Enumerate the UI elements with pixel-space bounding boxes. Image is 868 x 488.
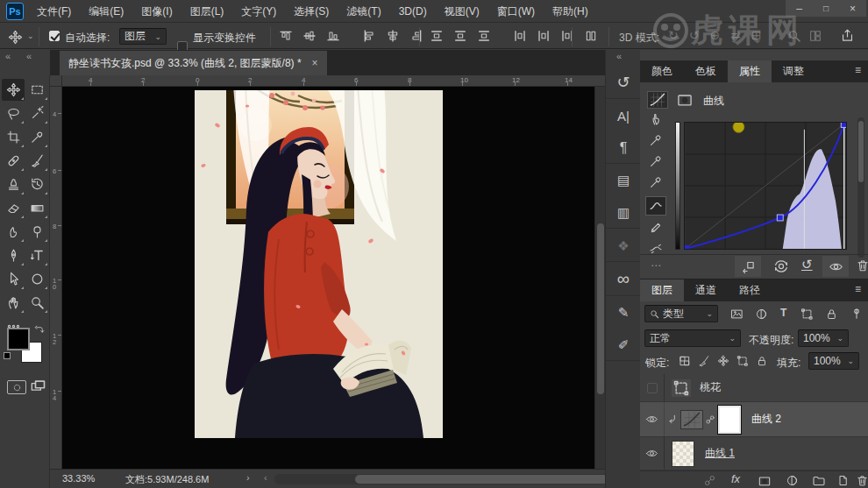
- strip-info-icon[interactable]: ▤: [606, 165, 641, 196]
- menu-filter[interactable]: 滤镜(T): [338, 0, 389, 23]
- ruler-left[interactable]: 4 6 8 10 12 14: [50, 87, 62, 469]
- tab-paths[interactable]: 路径: [728, 279, 772, 301]
- mask-link-icon[interactable]: [705, 414, 715, 425]
- menu-file[interactable]: 文件(F): [28, 0, 80, 23]
- delete-adjustment-icon[interactable]: [856, 258, 868, 272]
- tool-shape[interactable]: [25, 268, 48, 290]
- curve-point-high[interactable]: [841, 122, 847, 127]
- tool-move[interactable]: [2, 79, 25, 101]
- tab-swatches[interactable]: 色板: [684, 60, 728, 82]
- tool-gradient[interactable]: [25, 197, 48, 219]
- tool-type[interactable]: [25, 244, 48, 266]
- toolbar-collapse-icon[interactable]: «: [5, 51, 11, 61]
- clip-to-layer-button[interactable]: [735, 256, 761, 277]
- tool-smudge[interactable]: [2, 221, 25, 243]
- menu-select[interactable]: 选择(S): [285, 0, 338, 23]
- reset-adjustment-icon[interactable]: ↺: [801, 257, 813, 272]
- layer-name[interactable]: 桃花: [700, 380, 721, 395]
- layer-mask-thumbnail[interactable]: [718, 406, 741, 434]
- gray-point-eyedropper-icon[interactable]: [649, 154, 663, 168]
- lock-position-icon[interactable]: [717, 355, 729, 367]
- shape-filter-icon[interactable]: [800, 308, 814, 321]
- share-icon[interactable]: [840, 28, 855, 43]
- image-filter-icon[interactable]: [730, 308, 743, 321]
- strip-history-icon[interactable]: ↺: [606, 66, 641, 99]
- document-tab[interactable]: 静坐读书女孩.psd @ 33.3% (曲线 2, 图层蒙版/8) * ×: [60, 51, 327, 75]
- current-tool-button[interactable]: [4, 26, 26, 48]
- tool-history-brush[interactable]: [25, 173, 48, 195]
- link-layers-icon[interactable]: [703, 474, 716, 487]
- ruler-corner[interactable]: [50, 75, 62, 87]
- smart-filter-icon[interactable]: [825, 308, 838, 321]
- menu-image[interactable]: 图像(I): [132, 0, 181, 23]
- filter-toggle-icon[interactable]: [850, 307, 864, 321]
- distribute-left-icon[interactable]: [513, 29, 527, 43]
- menu-layer[interactable]: 图层(L): [181, 0, 233, 23]
- align-vcenter-icon[interactable]: [302, 29, 317, 43]
- menu-help[interactable]: 帮助(H): [544, 0, 597, 23]
- tab-color[interactable]: 颜色: [640, 60, 684, 82]
- align-hcenter-icon[interactable]: [386, 29, 400, 43]
- targeted-adjust-icon[interactable]: [649, 112, 663, 126]
- blend-mode-dropdown[interactable]: 正常⌄: [644, 329, 741, 347]
- close-button[interactable]: ×: [839, 0, 866, 17]
- tool-eyedropper[interactable]: [25, 126, 48, 148]
- hscrollbar-thumb[interactable]: [355, 475, 627, 484]
- strip-brush-settings-icon[interactable]: ✎: [606, 297, 641, 329]
- tab-channels[interactable]: 通道: [684, 279, 728, 301]
- properties-scrollbar[interactable]: [857, 117, 864, 258]
- tab-adjustments[interactable]: 调整: [772, 60, 815, 82]
- tool-spot-healing[interactable]: [2, 150, 25, 172]
- auto-select-checkbox[interactable]: [49, 31, 60, 41]
- delete-layer-icon[interactable]: [856, 474, 868, 487]
- layer-row-taohua[interactable]: 桃花: [640, 374, 868, 402]
- white-point-eyedropper-icon[interactable]: [649, 175, 663, 189]
- strip-collapse-icon[interactable]: «: [616, 51, 622, 61]
- align-bottom-icon[interactable]: [326, 29, 340, 43]
- tool-hand[interactable]: [2, 292, 25, 314]
- hscroll-left-icon[interactable]: ‹: [264, 472, 267, 483]
- black-point-eyedropper-icon[interactable]: [649, 133, 663, 147]
- tool-magic-wand[interactable]: [25, 103, 48, 124]
- lock-artboard-icon[interactable]: [736, 355, 749, 367]
- lock-all-icon[interactable]: [756, 355, 768, 367]
- ruler-top[interactable]: 4 2 0 2 4 6 8 10 12 14: [62, 75, 605, 87]
- tab-layers[interactable]: 图层: [640, 279, 684, 301]
- tool-eraser[interactable]: [2, 197, 25, 219]
- layers-menu-icon[interactable]: ≡: [855, 283, 861, 295]
- visibility-toggle[interactable]: [640, 437, 665, 470]
- view-previous-icon[interactable]: [773, 258, 789, 274]
- type-filter-icon[interactable]: T: [780, 307, 786, 319]
- strip-creative-cloud-icon[interactable]: ∞: [606, 263, 641, 296]
- distribute-vcenter-icon[interactable]: [453, 29, 467, 43]
- layer-filter-dropdown[interactable]: 类型 ⌄: [644, 305, 718, 322]
- canvas-area[interactable]: [62, 87, 594, 469]
- canvas-vscrollbar[interactable]: [594, 87, 605, 469]
- toggle-visibility-button[interactable]: [822, 256, 849, 277]
- vscrollbar-thumb[interactable]: [597, 223, 604, 394]
- tool-clone-stamp[interactable]: [2, 173, 25, 195]
- tool-dodge[interactable]: [25, 221, 48, 243]
- distribute-top-icon[interactable]: [430, 29, 444, 43]
- tool-brush[interactable]: [25, 150, 48, 172]
- auto-align-icon[interactable]: [584, 29, 598, 43]
- align-top-icon[interactable]: [279, 29, 293, 43]
- maximize-button[interactable]: □: [813, 0, 839, 17]
- fill-dropdown[interactable]: 100%⌄: [808, 352, 859, 370]
- curve-point-tool[interactable]: [645, 196, 666, 216]
- opacity-dropdown[interactable]: 100%⌄: [798, 329, 849, 347]
- lock-transparent-icon[interactable]: [679, 355, 691, 367]
- visibility-toggle[interactable]: [640, 374, 665, 401]
- quick-mask-button[interactable]: [7, 380, 26, 394]
- lock-pixels-icon[interactable]: [698, 355, 710, 367]
- distribute-bottom-icon[interactable]: [477, 29, 491, 43]
- zoom-level[interactable]: 33.33%: [62, 473, 95, 484]
- layer-name[interactable]: 曲线 1: [705, 446, 735, 461]
- visibility-toggle[interactable]: [640, 402, 665, 436]
- strip-paragraph-icon[interactable]: ¶: [606, 132, 641, 164]
- properties-menu-icon[interactable]: ≡: [855, 64, 861, 76]
- tool-path-select[interactable]: [2, 268, 25, 290]
- menu-edit[interactable]: 编辑(E): [80, 0, 132, 23]
- tool-lasso[interactable]: [2, 103, 25, 124]
- curves-layer-thumbnail[interactable]: [680, 410, 703, 429]
